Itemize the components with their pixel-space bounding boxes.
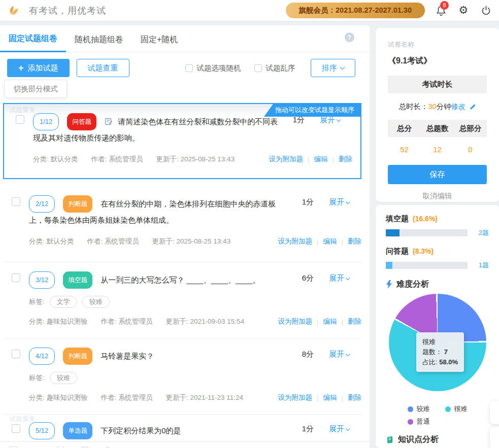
legend-item-harder[interactable]: 较难 bbox=[408, 404, 430, 413]
knowledge-analysis-heading: 知识点分析 bbox=[386, 434, 489, 445]
note-edit-icon bbox=[105, 117, 113, 125]
bar-count-link[interactable]: 2题 bbox=[473, 228, 489, 237]
question-item-4: 4/12 判断题 马铃薯是果实？ 8分 展开 标签: 较难 分类: 趣味知识测验… bbox=[3, 338, 361, 415]
difficulty-analysis-heading: 难度分析 bbox=[386, 279, 489, 290]
total-duration-row: 总时长：30分钟修改 bbox=[388, 102, 487, 112]
checkbox-icon bbox=[185, 64, 193, 72]
question-list: 试题重复 拖动可以改变试题显示顺序 1/12 问答题 bbox=[0, 103, 370, 439]
question-updated: 更新于: 2025-08-25 13:43 bbox=[156, 155, 235, 164]
question-category: 分类: 趣味知识测验 bbox=[29, 317, 88, 326]
add-question-button[interactable]: + 添加试题 bbox=[7, 59, 70, 77]
edit-link[interactable]: 编辑 bbox=[314, 155, 327, 164]
progress-track bbox=[386, 229, 468, 236]
question-type-badge: 判断题 bbox=[63, 195, 92, 213]
question-category: 分类: 默认分类 bbox=[33, 155, 78, 164]
pencil-icon[interactable] bbox=[470, 104, 476, 110]
edit-link[interactable]: 编辑 bbox=[323, 317, 337, 326]
set-additional-link[interactable]: 设为附加题 bbox=[278, 393, 312, 402]
question-number-badge: 2/12 bbox=[29, 195, 55, 213]
question-type-badge: 单选题 bbox=[63, 422, 92, 439]
expand-link[interactable]: 展开 bbox=[329, 197, 349, 207]
paper-stats-table: 总分 总题数 总部分 52 12 0 bbox=[388, 120, 487, 154]
edit-link[interactable]: 编辑 bbox=[323, 393, 337, 402]
question-score: 8分 bbox=[302, 350, 314, 359]
duplicate-check-button[interactable]: 试题查重 bbox=[77, 59, 129, 77]
progress-fill bbox=[386, 229, 400, 236]
floating-widget-button[interactable] bbox=[490, 427, 499, 448]
random-options-checkbox[interactable]: 试题选项随机 bbox=[185, 63, 241, 73]
question-updated: 更新于: 2025-08-25 13:43 bbox=[152, 237, 231, 246]
toolbar: + 添加试题 试题查重 试题选项随机 试题乱序 排序 bbox=[7, 59, 362, 77]
tag-pill: 较难 bbox=[82, 296, 110, 308]
chevron-down-icon bbox=[346, 276, 350, 280]
question-checkbox[interactable] bbox=[16, 115, 24, 124]
legend-dot bbox=[445, 406, 451, 412]
paper-name-label: 试卷名称 bbox=[388, 40, 487, 49]
set-additional-link[interactable]: 设为附加题 bbox=[278, 317, 312, 326]
delete-link[interactable]: 删除 bbox=[348, 393, 361, 402]
tab-fixed-questions[interactable]: 固定试题组卷 bbox=[0, 25, 66, 52]
floating-widget-button[interactable] bbox=[490, 401, 499, 424]
edit-link[interactable]: 编辑 bbox=[323, 237, 337, 246]
chevron-down-icon bbox=[337, 118, 341, 122]
expand-link[interactable]: 展开 bbox=[329, 273, 349, 283]
tab-bar: 固定试题组卷 随机抽题组卷 固定+随机 ? bbox=[0, 25, 370, 52]
set-additional-link[interactable]: 设为附加题 bbox=[269, 155, 303, 164]
membership-badge[interactable]: 旗舰会员：2021.08.27-2027.01.30 bbox=[286, 3, 425, 18]
paper-settings-panel: 试卷名称 《9.1考试》 考试时长 总时长：30分钟修改 总分 总题数 总部分 … bbox=[376, 28, 499, 202]
tab-fixed-plus-random[interactable]: 固定+随机 bbox=[132, 26, 186, 52]
chevron-down-icon bbox=[346, 352, 350, 356]
toolbar-checkboxes: 试题选项随机 试题乱序 bbox=[185, 63, 295, 73]
delete-link[interactable]: 删除 bbox=[348, 317, 361, 326]
modify-duration-link[interactable]: 修改 bbox=[451, 102, 466, 111]
question-checkbox[interactable] bbox=[12, 350, 20, 358]
expand-link[interactable]: 展开 bbox=[320, 115, 340, 125]
tab-random-questions[interactable]: 随机抽题组卷 bbox=[66, 26, 132, 52]
question-score: 1分 bbox=[293, 115, 305, 125]
question-number-badge: 5/12 bbox=[29, 422, 55, 439]
question-author: 作者: 系统管理员 bbox=[87, 237, 139, 246]
type-bar-qa: 问答题 (8.3%) 1题 bbox=[386, 247, 489, 270]
legend-dot bbox=[408, 406, 413, 412]
save-button[interactable]: 保存 bbox=[388, 165, 487, 184]
help-icon[interactable]: ? bbox=[345, 32, 354, 42]
tooltip-label: 很难 bbox=[422, 337, 458, 347]
logout-button[interactable] bbox=[480, 5, 492, 17]
question-author: 作者: 系统管理员 bbox=[101, 393, 153, 402]
tooltip-ratio: 58.0% bbox=[439, 358, 458, 366]
question-number-badge: 4/12 bbox=[29, 348, 55, 365]
switch-section-mode-button[interactable]: 切换部分模式 bbox=[4, 80, 67, 98]
notifications-button[interactable]: 8 bbox=[435, 5, 447, 17]
stat-value-total-score: 52 bbox=[388, 145, 421, 154]
delete-link[interactable]: 删除 bbox=[348, 237, 361, 246]
app-logo-icon bbox=[7, 4, 21, 17]
question-item-1: 1/12 问答题 请简述染色体在有丝分裂和减数分裂中的不同表现及其对遗传物质传递… bbox=[7, 104, 352, 178]
lightning-icon bbox=[386, 280, 392, 289]
settings-button[interactable]: ⚙ bbox=[457, 5, 470, 17]
question-score: 1分 bbox=[302, 197, 314, 207]
set-additional-link[interactable]: 设为附加题 bbox=[278, 237, 312, 246]
chevron-down-icon bbox=[346, 427, 350, 431]
expand-link[interactable]: 展开 bbox=[329, 350, 349, 359]
question-checkbox[interactable] bbox=[12, 273, 20, 282]
shuffle-questions-checkbox[interactable]: 试题乱序 bbox=[254, 63, 295, 73]
expand-link[interactable]: 展开 bbox=[329, 424, 349, 434]
delete-link[interactable]: 删除 bbox=[339, 155, 352, 164]
pie-legend: 较难 很难 普通 bbox=[386, 404, 489, 426]
bar-percent: (16.6%) bbox=[413, 215, 438, 223]
legend-item-normal[interactable]: 普通 bbox=[408, 417, 430, 426]
stat-header-question-count: 总题数 bbox=[421, 120, 454, 137]
bottom-toolbar bbox=[0, 441, 370, 448]
top-header: 有考试，用优考试 旗舰会员：2021.08.27-2027.01.30 8 ⚙ bbox=[0, 0, 499, 21]
question-item-5: 试题重复 5/12 单选题 下列定积分结果为0的是 1分 展开 bbox=[3, 415, 361, 439]
question-checkbox[interactable] bbox=[12, 424, 20, 433]
legend-dot bbox=[408, 419, 413, 425]
bar-count-link[interactable]: 1题 bbox=[473, 261, 489, 270]
question-checkbox[interactable] bbox=[12, 197, 20, 206]
question-item-3: 3/12 填空题 从一到三的大写怎么写？ ____、____、____。 6分 … bbox=[3, 262, 361, 338]
question-text: 下列定积分结果为0的是 bbox=[101, 426, 181, 435]
sort-button[interactable]: 排序 bbox=[311, 59, 355, 77]
legend-item-hardest[interactable]: 很难 bbox=[445, 404, 468, 413]
cancel-edit-link[interactable]: 取消编辑 bbox=[388, 191, 487, 201]
pie-tooltip: 很难 题数： 7 占比: 58.0% bbox=[416, 332, 464, 372]
